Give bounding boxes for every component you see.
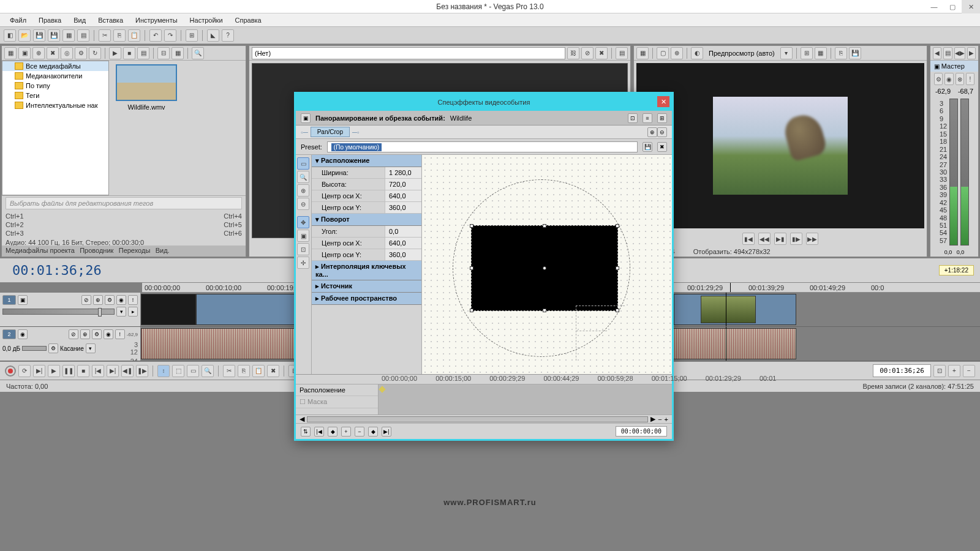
prop-width[interactable]: Ширина:1 280,0: [312, 167, 421, 179]
cut-icon[interactable]: ✂: [223, 365, 235, 377]
mixer-icon[interactable]: ▤: [943, 47, 952, 59]
automation-icon[interactable]: ⊕: [93, 295, 103, 305]
new-icon[interactable]: ◧: [4, 29, 16, 42]
playhead[interactable]: [726, 327, 726, 361]
tree-smart[interactable]: Интеллектуальные нак: [2, 100, 108, 110]
track-number[interactable]: 1: [2, 295, 16, 305]
solo-icon[interactable]: !: [128, 295, 138, 305]
media-item-wildlife[interactable]: Wildlife.wmv: [113, 64, 180, 111]
kf-zoom-out-icon[interactable]: −: [658, 416, 662, 423]
playhead[interactable]: [730, 283, 731, 292]
go-start-icon[interactable]: ▮◀: [742, 233, 755, 245]
copy-icon[interactable]: ⎘: [238, 365, 250, 377]
record-arm-icon[interactable]: ◉: [18, 329, 28, 339]
kf-scrollbar[interactable]: [307, 416, 648, 422]
pancrop-canvas[interactable]: [422, 155, 672, 374]
move-freely-icon[interactable]: ✥: [297, 216, 309, 228]
next-frame-icon[interactable]: ▮▶: [790, 233, 802, 245]
menu-insert[interactable]: Вставка: [93, 15, 128, 26]
section-position[interactable]: ▾ Расположение: [312, 155, 421, 167]
properties-icon[interactable]: ◎: [61, 47, 73, 59]
playhead[interactable]: [726, 293, 726, 326]
kf-next-icon[interactable]: ▶: [650, 415, 655, 423]
play-icon[interactable]: ▶: [109, 47, 121, 59]
crop-frame[interactable]: [471, 225, 618, 311]
kf-lane[interactable]: [379, 384, 672, 414]
track-header-2[interactable]: 2 ◉ ⊘ ⊕ ⚙ ◉ ! -62,9 0,0 дБ ⚙ Касание ▾ 3: [0, 327, 141, 361]
lock-aspect-icon[interactable]: ▣: [297, 230, 309, 242]
dialog-title-bar[interactable]: Спецэффекты видеособытия ✕: [296, 94, 672, 111]
mute-icon[interactable]: ◉: [104, 329, 113, 339]
dialog-close-button[interactable]: ✕: [657, 96, 669, 107]
del-kf-icon[interactable]: −: [355, 427, 364, 437]
pause-icon[interactable]: ❚❚: [62, 365, 75, 377]
details-icon[interactable]: ▦: [172, 47, 184, 59]
prev-kf-icon[interactable]: ◆: [328, 427, 337, 437]
fx-preset-dropdown[interactable]: (Нет): [252, 47, 565, 59]
kf-zoom-in-icon[interactable]: +: [665, 416, 668, 423]
automation-icon[interactable]: ⚙: [48, 343, 58, 353]
handle-sw[interactable]: [470, 309, 473, 312]
next-frame-icon[interactable]: ❚▶: [136, 365, 148, 377]
selection-icon[interactable]: ▭: [187, 365, 199, 377]
pane-icon[interactable]: ▣: [301, 113, 311, 123]
tree-by-type[interactable]: По типу: [2, 81, 108, 91]
help-icon[interactable]: ?: [222, 29, 234, 42]
master-mono-icon[interactable]: !: [966, 73, 974, 85]
dock-tab-media[interactable]: Медиафайлы проекта Проводник Переходы Ви…: [2, 246, 246, 257]
video-clip-3[interactable]: [674, 294, 796, 325]
fx-chain-icon[interactable]: ⛓: [567, 47, 579, 59]
vol-slider[interactable]: [22, 346, 47, 351]
prop-angle[interactable]: Угол:0,0: [312, 226, 421, 238]
tree-storage[interactable]: Медианакопители: [2, 71, 108, 81]
grid-icon[interactable]: ⊞: [657, 113, 667, 123]
last-kf-icon[interactable]: ▶|: [382, 427, 391, 437]
autopreview-icon[interactable]: ▤: [137, 47, 149, 59]
zoom-in-icon[interactable]: +: [948, 365, 960, 377]
menu-tools[interactable]: Инструменты: [130, 15, 183, 26]
external-monitor-icon[interactable]: ▢: [657, 47, 669, 59]
capture-icon[interactable]: ▣: [18, 47, 31, 59]
go-start-icon[interactable]: |◀: [92, 365, 104, 377]
track-fx-icon[interactable]: ⚙: [92, 329, 102, 339]
handle-se[interactable]: [616, 309, 619, 312]
handle-center[interactable]: [543, 266, 546, 270]
import-icon[interactable]: ▦: [4, 47, 17, 59]
delete-preset-icon[interactable]: ✖: [657, 142, 667, 152]
close-button[interactable]: ✕: [962, 0, 980, 13]
handle-e[interactable]: [616, 266, 619, 270]
next-icon[interactable]: ▶: [967, 47, 976, 59]
view-icon[interactable]: ⊟: [157, 47, 170, 59]
meter-right[interactable]: [960, 99, 969, 246]
dropdown-icon[interactable]: ▾: [86, 343, 96, 353]
record-button[interactable]: [5, 365, 16, 377]
bypass-fx-icon[interactable]: ⊘: [81, 295, 91, 305]
play-start-icon[interactable]: ▶|: [33, 365, 45, 377]
save-snap-icon[interactable]: 💾: [849, 47, 861, 59]
magnify-tool-icon[interactable]: 🔍: [297, 171, 309, 183]
redo-icon[interactable]: ↷: [164, 29, 176, 42]
level-slider[interactable]: [2, 309, 115, 315]
track-number[interactable]: 2: [2, 329, 16, 339]
menu-settings[interactable]: Настройки: [185, 15, 228, 26]
tree-all-media[interactable]: Все медиафайлы: [2, 61, 108, 71]
envelope-icon[interactable]: ⬚: [172, 365, 184, 377]
output-fx-icon[interactable]: ⊕: [671, 47, 683, 59]
master-dim-icon[interactable]: ⊗: [956, 73, 964, 85]
render-icon[interactable]: ▦: [62, 29, 75, 42]
handle-nw[interactable]: [470, 224, 473, 228]
keyframe-diamond[interactable]: [379, 386, 385, 392]
zoom-in-icon[interactable]: ⊕: [297, 184, 309, 197]
prop-height[interactable]: Высота:720,0: [312, 179, 421, 190]
open-icon[interactable]: 📂: [18, 29, 31, 42]
go-end-icon[interactable]: ▶▶: [806, 233, 818, 245]
go-end-icon[interactable]: ▶|: [107, 365, 119, 377]
save-preset-icon[interactable]: 💾: [643, 142, 652, 152]
get-media-icon[interactable]: ⊕: [32, 47, 45, 59]
zoom-out-icon[interactable]: −: [963, 365, 975, 377]
sync-cursor-icon[interactable]: ⇅: [301, 427, 311, 437]
save-as-icon[interactable]: 💾: [48, 29, 60, 42]
handle-n[interactable]: [543, 224, 546, 228]
bypass-fx-icon[interactable]: ⊘: [69, 329, 78, 339]
move-tool-icon[interactable]: ✢: [297, 257, 309, 269]
